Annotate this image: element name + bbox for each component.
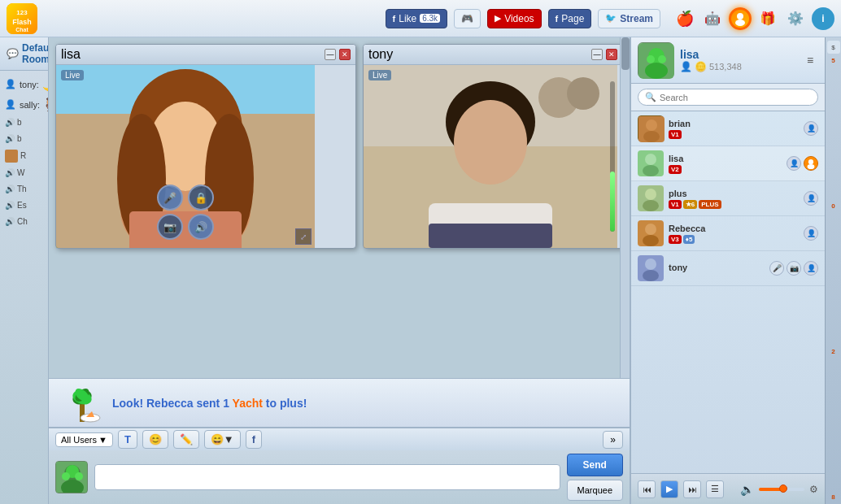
b1-label: b bbox=[17, 117, 22, 128]
right-side-strip: $ 5 0 2 8 bbox=[825, 37, 841, 504]
lisa-fullscreen-btn[interactable]: ⤢ bbox=[295, 228, 312, 245]
tony-volume-bar bbox=[610, 81, 615, 232]
tony-volume-fill bbox=[610, 172, 615, 232]
formatting-btn[interactable]: ✏️ bbox=[173, 430, 199, 449]
rebecca-name: Rebecca bbox=[669, 224, 799, 233]
svg-point-57 bbox=[645, 224, 656, 235]
list-item-brian[interactable]: brian V1 👤 bbox=[631, 111, 825, 146]
volume-thumb[interactable] bbox=[779, 484, 787, 493]
sticker-btn[interactable]: 😄▼ bbox=[204, 430, 241, 449]
expand-toolbar-btn[interactable]: » bbox=[603, 431, 623, 449]
tony-mic-icon[interactable]: 🎤 bbox=[769, 261, 784, 276]
tony-cam-icon2[interactable]: 📷 bbox=[787, 261, 801, 276]
text-style-btn[interactable]: T bbox=[118, 430, 137, 449]
stream-label: Stream bbox=[620, 13, 653, 24]
lisa-cam-btn[interactable]: 📷 bbox=[157, 214, 183, 240]
lisa-minimize-btn[interactable]: — bbox=[325, 49, 336, 60]
user-list-toggle[interactable]: ≡ bbox=[802, 52, 818, 68]
logo: 123 Flash Chat bbox=[7, 3, 37, 34]
playlist-btn[interactable]: ☰ bbox=[706, 480, 724, 498]
rebecca-badge-v3: V3 bbox=[669, 235, 682, 244]
lisa-actions: 👤 bbox=[787, 156, 818, 171]
apple-icon[interactable]: 🍎 bbox=[673, 7, 696, 30]
gamepad-btn[interactable]: 🎮 bbox=[454, 9, 481, 28]
plus-info: plus V1 ★6 PLUS bbox=[669, 189, 799, 209]
tony-add-friend-btn[interactable]: 👤 bbox=[804, 261, 818, 276]
user-sally[interactable]: 👤 sally: 🦉 bbox=[0, 94, 48, 115]
page-btn[interactable]: f Page bbox=[548, 9, 592, 28]
strip-coin-btn[interactable]: $ bbox=[827, 41, 840, 54]
svg-point-60 bbox=[645, 259, 656, 270]
svg-point-37 bbox=[62, 472, 70, 480]
volume-slider[interactable] bbox=[759, 488, 804, 491]
tony-titlebar: tony — ✕ bbox=[364, 45, 622, 65]
android-icon[interactable]: 🤖 bbox=[701, 7, 724, 30]
info-icon[interactable]: i bbox=[812, 7, 834, 30]
emoji-btn[interactable]: 😊 bbox=[142, 430, 168, 449]
room-header: 💬 Default Room ◀ ▶ bbox=[0, 37, 48, 71]
tony-close-btn[interactable]: ✕ bbox=[606, 49, 617, 60]
plus-add-friend-btn[interactable]: 👤 bbox=[804, 191, 818, 206]
facebook-like-btn[interactable]: f Like 6.3k bbox=[386, 9, 448, 28]
lisa-cam-btn[interactable] bbox=[804, 156, 818, 171]
lisa-mic-btn[interactable]: 🎤 bbox=[157, 185, 183, 211]
lisa-speaker-btn[interactable]: 🔊 bbox=[188, 214, 214, 240]
plus-avatar bbox=[638, 185, 664, 211]
tony-live-badge: Live bbox=[368, 70, 391, 80]
marquee-button[interactable]: Marquee bbox=[567, 480, 623, 501]
lisa-titlebar: lisa — ✕ bbox=[56, 45, 355, 65]
list-item-lisa[interactable]: lisa V2 👤 bbox=[631, 146, 825, 181]
svg-point-58 bbox=[643, 235, 659, 246]
video-settings-btn[interactable]: ⚙ bbox=[809, 484, 818, 495]
tony-minimize-btn[interactable]: — bbox=[591, 49, 603, 60]
plus-badge-v1: V1 bbox=[669, 200, 682, 209]
lisa-lock-btn[interactable]: 🔒 bbox=[188, 185, 214, 211]
stream-btn[interactable]: 🐦 Stream bbox=[598, 9, 660, 28]
right-panel: lisa 👤 🪙 513,348 ≡ 🔍 bbox=[630, 37, 825, 504]
gold-icon: 🪙 bbox=[695, 61, 707, 72]
plus-actions: 👤 bbox=[804, 191, 818, 206]
settings-icon[interactable]: ⚙️ bbox=[784, 7, 807, 30]
svg-point-46 bbox=[643, 131, 660, 142]
fb-share-btn[interactable]: f bbox=[246, 430, 262, 449]
bottom-media-controls: ⏮ ▶ ⏭ ☰ 🔈 ⚙ bbox=[631, 473, 825, 504]
gift-icon[interactable]: 🎁 bbox=[756, 7, 779, 30]
tony-video: Live bbox=[364, 65, 617, 248]
lisa-close-btn[interactable]: ✕ bbox=[339, 49, 351, 60]
vol-icon-3: 🔊 bbox=[5, 167, 15, 179]
list-item-plus[interactable]: plus V1 ★6 PLUS 👤 bbox=[631, 181, 825, 216]
profile-icon[interactable] bbox=[729, 7, 752, 30]
tony-right-avatar bbox=[638, 255, 664, 281]
t-label: Th bbox=[17, 184, 27, 195]
play-btn[interactable]: ▶ bbox=[660, 480, 678, 498]
plus-badge-plus: PLUS bbox=[699, 200, 721, 209]
brian-add-friend-btn[interactable]: 👤 bbox=[804, 121, 818, 136]
search-input[interactable] bbox=[660, 93, 811, 102]
toolbar: All Users ▼ T 😊 ✏️ 😄▼ f » bbox=[49, 428, 630, 450]
lisa-add-friend-btn[interactable]: 👤 bbox=[787, 156, 801, 171]
notification-bar: Look! Rebecca sent 1 Yacht to plus! bbox=[49, 378, 630, 427]
vol-icon-1: 🔊 bbox=[5, 117, 15, 128]
center-scrollbar[interactable] bbox=[620, 37, 630, 378]
lisa-badges: V2 bbox=[669, 165, 782, 174]
lisa-name: lisa bbox=[669, 154, 782, 163]
video-window-lisa: lisa — ✕ Live bbox=[55, 44, 356, 249]
header-icons: 🍎 🤖 🎁 ⚙️ i bbox=[673, 7, 834, 30]
rebecca-add-friend-btn[interactable]: 👤 bbox=[804, 226, 818, 241]
user-select[interactable]: All Users ▼ bbox=[55, 432, 113, 447]
prev-btn[interactable]: ⏮ bbox=[638, 480, 656, 498]
lisa-badge-v2: V2 bbox=[669, 165, 682, 174]
message-input[interactable] bbox=[94, 464, 560, 490]
tony-label: tony: bbox=[20, 80, 39, 89]
list-item-tony[interactable]: tony 🎤 📷 👤 bbox=[631, 251, 825, 286]
brian-name: brian bbox=[669, 119, 799, 128]
send-button[interactable]: Send bbox=[567, 454, 623, 476]
videos-btn[interactable]: ▶ Videos bbox=[487, 9, 541, 28]
next-btn[interactable]: ⏭ bbox=[683, 480, 701, 498]
svg-point-43 bbox=[658, 55, 666, 63]
bottom-area: All Users ▼ T 😊 ✏️ 😄▼ f » bbox=[49, 427, 630, 504]
user-tony[interactable]: 👤 tony: 🌙 bbox=[0, 74, 48, 94]
chat-line-c: 🔊 Ch bbox=[0, 214, 48, 230]
brian-badge-v1: V1 bbox=[669, 130, 682, 139]
list-item-rebecca[interactable]: Rebecca V3 ♦5 👤 bbox=[631, 216, 825, 251]
